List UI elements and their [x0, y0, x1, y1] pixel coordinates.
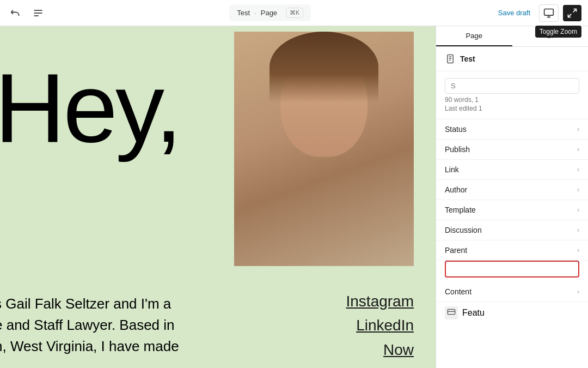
keyboard-shortcut: ⌘K — [286, 8, 303, 18]
tab-page[interactable]: Page — [436, 26, 512, 46]
main-area: Hey, s Gail Falk Seltzer and I'm a e and… — [0, 26, 588, 368]
status-arrow: › — [577, 125, 579, 133]
portrait-image — [234, 32, 414, 266]
now-link[interactable]: Now — [346, 338, 414, 363]
canvas: Hey, s Gail Falk Seltzer and I'm a e and… — [0, 26, 436, 368]
toggle-zoom-button[interactable]: Toggle Zoom — [563, 5, 581, 21]
discussion-arrow: › — [577, 226, 579, 234]
page-title-text: Test — [237, 9, 250, 17]
instagram-link[interactable]: Instagram — [346, 289, 414, 314]
link-label: Link — [445, 165, 459, 174]
undo-button[interactable] — [7, 4, 24, 22]
template-arrow: › — [577, 206, 579, 214]
toolbar: Test · Page ⌘K Save draft Toggle Zoom — [0, 0, 588, 26]
author-row[interactable]: Author › — [436, 180, 588, 200]
toolbar-center: Test · Page ⌘K — [51, 4, 489, 21]
feature-label: Featu — [462, 308, 485, 318]
link-arrow: › — [577, 166, 579, 173]
status-row[interactable]: Status › — [436, 119, 588, 140]
link-row[interactable]: Link › — [436, 160, 588, 180]
toolbar-left — [7, 4, 47, 22]
parent-arrow: › — [577, 246, 579, 254]
publish-row[interactable]: Publish › — [436, 140, 588, 160]
discussion-row[interactable]: Discussion › — [436, 220, 588, 240]
parent-label: Parent — [445, 246, 467, 255]
content-row[interactable]: Content › — [436, 282, 588, 302]
page-name-text: Test — [460, 55, 475, 63]
last-edited: Last edited 1 — [445, 105, 579, 112]
sidebar-url-section: 90 words, 1 Last edited 1 — [436, 71, 588, 119]
desktop-view-button[interactable] — [539, 4, 559, 22]
parent-url-input[interactable] — [445, 261, 579, 277]
page-subtitle-text: Page — [261, 9, 277, 17]
linkedin-link[interactable]: LinkedIn — [346, 313, 414, 338]
canvas-heading: Hey, — [0, 59, 180, 157]
template-row[interactable]: Template › — [436, 200, 588, 220]
feature-icon — [445, 306, 458, 319]
publish-arrow: › — [577, 146, 579, 153]
page-title-bar[interactable]: Test · Page ⌘K — [229, 4, 311, 21]
body-line-3: n, West Virginia, I have made — [0, 336, 179, 357]
discussion-label: Discussion — [445, 226, 482, 234]
toggle-zoom-tooltip: Toggle Zoom — [535, 26, 581, 38]
canvas-links: Instagram LinkedIn Now — [346, 289, 414, 363]
canvas-body-text: s Gail Falk Seltzer and I'm a e and Staf… — [0, 293, 179, 357]
body-line-2: e and Staff Lawyer. Based in — [0, 315, 179, 336]
svg-rect-3 — [544, 9, 554, 15]
toolbar-right: Save draft Toggle Zoom — [494, 4, 581, 22]
save-draft-button[interactable]: Save draft — [494, 5, 535, 20]
publish-label: Publish — [445, 145, 470, 154]
template-label: Template — [445, 206, 476, 214]
feature-row: Featu — [436, 302, 588, 324]
content-arrow: › — [577, 288, 579, 295]
sidebar: Page Bl Test 90 words, 1 Last edited 1 — [436, 26, 588, 368]
canvas-content: Hey, s Gail Falk Seltzer and I'm a e and… — [0, 26, 436, 368]
author-label: Author — [445, 185, 467, 194]
author-arrow: › — [577, 186, 579, 194]
list-view-button[interactable] — [29, 4, 47, 22]
content-label: Content — [445, 287, 471, 296]
title-separator: · — [254, 9, 256, 17]
status-label: Status — [445, 125, 467, 134]
body-line-1: s Gail Falk Seltzer and I'm a — [0, 293, 179, 315]
parent-row[interactable]: Parent › — [436, 240, 588, 261]
page-name-row: Test — [436, 47, 588, 71]
url-search-input[interactable] — [445, 78, 579, 94]
word-count: 90 words, 1 — [445, 96, 579, 104]
doc-icon — [445, 53, 456, 64]
